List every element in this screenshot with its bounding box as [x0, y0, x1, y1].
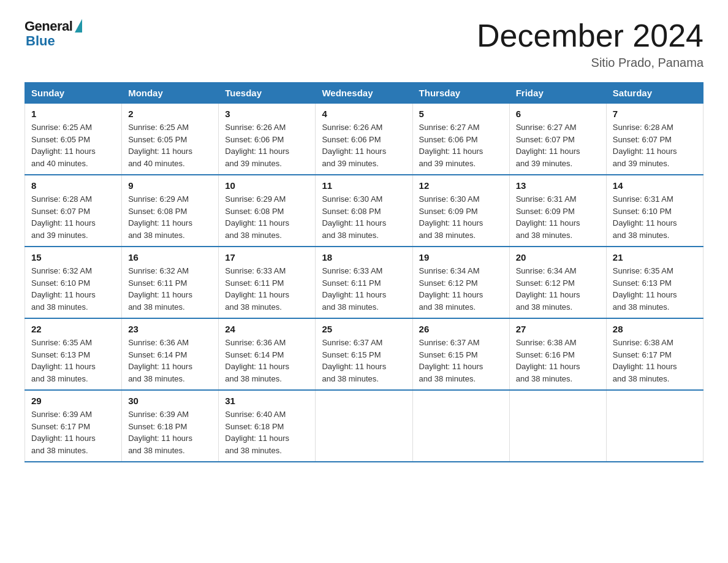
day-number: 28 — [613, 324, 697, 334]
day-number: 10 — [225, 180, 309, 191]
location-subtitle: Sitio Prado, Panama — [477, 56, 703, 70]
day-info: Sunrise: 6:34 AM Sunset: 6:12 PM Dayligh… — [419, 265, 503, 313]
calendar-day-cell: 2 Sunrise: 6:25 AM Sunset: 6:05 PM Dayli… — [122, 104, 219, 175]
calendar-day-cell: 23 Sunrise: 6:36 AM Sunset: 6:14 PM Dayl… — [122, 318, 219, 390]
calendar-day-cell: 18 Sunrise: 6:33 AM Sunset: 6:11 PM Dayl… — [316, 247, 412, 318]
day-info: Sunrise: 6:32 AM Sunset: 6:11 PM Dayligh… — [128, 265, 212, 313]
day-info: Sunrise: 6:31 AM Sunset: 6:10 PM Dayligh… — [613, 193, 697, 241]
day-info: Sunrise: 6:39 AM Sunset: 6:18 PM Dayligh… — [128, 408, 212, 456]
logo-triangle-icon — [75, 19, 82, 33]
day-info: Sunrise: 6:35 AM Sunset: 6:13 PM Dayligh… — [31, 337, 115, 385]
day-number: 13 — [516, 180, 600, 191]
month-title: December 2024 — [477, 18, 703, 53]
day-info: Sunrise: 6:28 AM Sunset: 6:07 PM Dayligh… — [613, 121, 697, 169]
day-number: 11 — [322, 180, 406, 191]
calendar-day-cell: 27 Sunrise: 6:38 AM Sunset: 6:16 PM Dayl… — [509, 318, 606, 390]
calendar-day-cell: 16 Sunrise: 6:32 AM Sunset: 6:11 PM Dayl… — [122, 247, 219, 318]
day-info: Sunrise: 6:25 AM Sunset: 6:05 PM Dayligh… — [128, 121, 212, 169]
day-number: 23 — [128, 324, 212, 334]
calendar-day-cell: 17 Sunrise: 6:33 AM Sunset: 6:11 PM Dayl… — [219, 247, 316, 318]
day-number: 1 — [31, 109, 115, 119]
day-info: Sunrise: 6:26 AM Sunset: 6:06 PM Dayligh… — [225, 121, 309, 169]
day-number: 30 — [128, 396, 212, 406]
day-number: 25 — [322, 324, 406, 334]
day-info: Sunrise: 6:26 AM Sunset: 6:06 PM Dayligh… — [322, 121, 406, 169]
day-number: 8 — [31, 180, 115, 191]
day-number: 3 — [225, 109, 309, 119]
day-number: 17 — [225, 252, 309, 262]
calendar-day-cell: 24 Sunrise: 6:36 AM Sunset: 6:14 PM Dayl… — [219, 318, 316, 390]
calendar-day-cell: 11 Sunrise: 6:30 AM Sunset: 6:08 PM Dayl… — [316, 175, 412, 247]
calendar-week-row: 29 Sunrise: 6:39 AM Sunset: 6:17 PM Dayl… — [25, 390, 703, 462]
title-block: December 2024 Sitio Prado, Panama — [477, 18, 703, 70]
calendar-day-cell: 21 Sunrise: 6:35 AM Sunset: 6:13 PM Dayl… — [606, 247, 703, 318]
day-number: 16 — [128, 252, 212, 262]
day-number: 15 — [31, 252, 115, 262]
day-number: 31 — [225, 396, 309, 406]
day-number: 9 — [128, 180, 212, 191]
logo: General Blue — [25, 18, 82, 49]
day-number: 26 — [419, 324, 503, 334]
page-header: General Blue December 2024 Sitio Prado, … — [25, 18, 703, 70]
day-info: Sunrise: 6:33 AM Sunset: 6:11 PM Dayligh… — [225, 265, 309, 313]
day-number: 20 — [516, 252, 600, 262]
day-info: Sunrise: 6:39 AM Sunset: 6:17 PM Dayligh… — [31, 408, 115, 456]
calendar-day-cell: 14 Sunrise: 6:31 AM Sunset: 6:10 PM Dayl… — [606, 175, 703, 247]
calendar-day-cell: 15 Sunrise: 6:32 AM Sunset: 6:10 PM Dayl… — [25, 247, 122, 318]
day-info: Sunrise: 6:36 AM Sunset: 6:14 PM Dayligh… — [225, 337, 309, 385]
calendar-day-cell: 4 Sunrise: 6:26 AM Sunset: 6:06 PM Dayli… — [316, 104, 412, 175]
day-info: Sunrise: 6:28 AM Sunset: 6:07 PM Dayligh… — [31, 193, 115, 241]
calendar-table: SundayMondayTuesdayWednesdayThursdayFrid… — [25, 82, 703, 462]
day-number: 19 — [419, 252, 503, 262]
day-number: 29 — [31, 396, 115, 406]
day-info: Sunrise: 6:25 AM Sunset: 6:05 PM Dayligh… — [31, 121, 115, 169]
calendar-week-row: 1 Sunrise: 6:25 AM Sunset: 6:05 PM Dayli… — [25, 104, 703, 175]
day-of-week-header: Saturday — [606, 83, 703, 104]
day-of-week-header: Tuesday — [219, 83, 316, 104]
day-number: 27 — [516, 324, 600, 334]
logo-general-text: General — [25, 18, 72, 34]
logo-top: General — [25, 18, 82, 34]
day-number: 24 — [225, 324, 309, 334]
calendar-day-cell: 9 Sunrise: 6:29 AM Sunset: 6:08 PM Dayli… — [122, 175, 219, 247]
day-info: Sunrise: 6:36 AM Sunset: 6:14 PM Dayligh… — [128, 337, 212, 385]
calendar-day-cell: 25 Sunrise: 6:37 AM Sunset: 6:15 PM Dayl… — [316, 318, 412, 390]
calendar-week-row: 22 Sunrise: 6:35 AM Sunset: 6:13 PM Dayl… — [25, 318, 703, 390]
day-number: 2 — [128, 109, 212, 119]
day-info: Sunrise: 6:33 AM Sunset: 6:11 PM Dayligh… — [322, 265, 406, 313]
day-of-week-header: Monday — [122, 83, 219, 104]
calendar-day-cell: 7 Sunrise: 6:28 AM Sunset: 6:07 PM Dayli… — [606, 104, 703, 175]
day-of-week-header: Friday — [509, 83, 606, 104]
day-number: 22 — [31, 324, 115, 334]
days-of-week-row: SundayMondayTuesdayWednesdayThursdayFrid… — [25, 83, 703, 104]
day-of-week-header: Sunday — [25, 83, 122, 104]
day-info: Sunrise: 6:37 AM Sunset: 6:15 PM Dayligh… — [322, 337, 406, 385]
calendar-header: SundayMondayTuesdayWednesdayThursdayFrid… — [25, 83, 703, 104]
calendar-day-cell: 20 Sunrise: 6:34 AM Sunset: 6:12 PM Dayl… — [509, 247, 606, 318]
day-number: 4 — [322, 109, 406, 119]
day-number: 21 — [613, 252, 697, 262]
calendar-day-cell — [412, 390, 509, 462]
day-info: Sunrise: 6:38 AM Sunset: 6:17 PM Dayligh… — [613, 337, 697, 385]
calendar-day-cell: 26 Sunrise: 6:37 AM Sunset: 6:15 PM Dayl… — [412, 318, 509, 390]
calendar-day-cell — [316, 390, 412, 462]
day-info: Sunrise: 6:27 AM Sunset: 6:06 PM Dayligh… — [419, 121, 503, 169]
calendar-day-cell: 31 Sunrise: 6:40 AM Sunset: 6:18 PM Dayl… — [219, 390, 316, 462]
day-info: Sunrise: 6:34 AM Sunset: 6:12 PM Dayligh… — [516, 265, 600, 313]
day-number: 5 — [419, 109, 503, 119]
day-number: 7 — [613, 109, 697, 119]
calendar-day-cell: 29 Sunrise: 6:39 AM Sunset: 6:17 PM Dayl… — [25, 390, 122, 462]
calendar-day-cell — [606, 390, 703, 462]
calendar-day-cell — [509, 390, 606, 462]
day-info: Sunrise: 6:30 AM Sunset: 6:09 PM Dayligh… — [419, 193, 503, 241]
day-info: Sunrise: 6:32 AM Sunset: 6:10 PM Dayligh… — [31, 265, 115, 313]
day-of-week-header: Wednesday — [316, 83, 412, 104]
calendar-day-cell: 1 Sunrise: 6:25 AM Sunset: 6:05 PM Dayli… — [25, 104, 122, 175]
logo-blue-text: Blue — [26, 33, 55, 49]
day-info: Sunrise: 6:40 AM Sunset: 6:18 PM Dayligh… — [225, 408, 309, 456]
calendar-day-cell: 22 Sunrise: 6:35 AM Sunset: 6:13 PM Dayl… — [25, 318, 122, 390]
day-of-week-header: Thursday — [412, 83, 509, 104]
calendar-day-cell: 12 Sunrise: 6:30 AM Sunset: 6:09 PM Dayl… — [412, 175, 509, 247]
calendar-day-cell: 5 Sunrise: 6:27 AM Sunset: 6:06 PM Dayli… — [412, 104, 509, 175]
day-number: 6 — [516, 109, 600, 119]
